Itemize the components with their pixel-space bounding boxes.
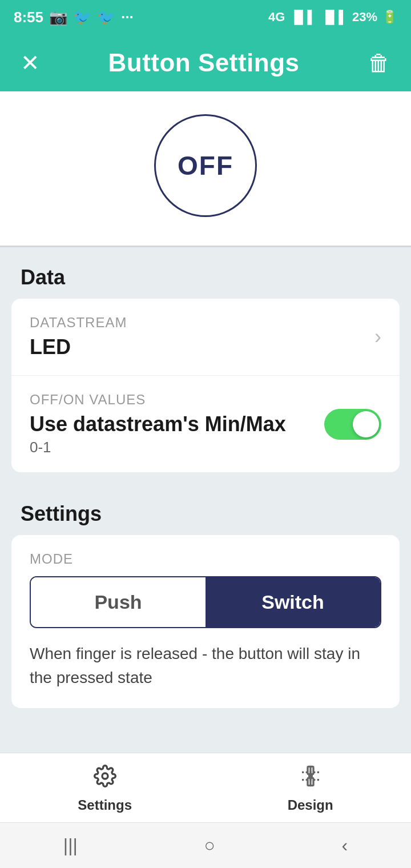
toggle-track [324, 409, 381, 440]
android-back-button[interactable]: ‹ [341, 835, 348, 856]
status-left: 8:55 📷 🐦 🐦 ··· [14, 9, 134, 26]
offon-value: Use datastream's Min/Max [30, 412, 286, 436]
chevron-right-icon: › [374, 325, 381, 349]
mode-description: When finger is released - the button wil… [11, 642, 400, 708]
mode-button-group: Push Switch [30, 576, 381, 628]
settings-section-header: Settings [0, 484, 411, 535]
signal-bars: ▐▌▌ [289, 10, 316, 25]
offon-range: 0-1 [30, 439, 286, 456]
settings-nav-label: Settings [78, 797, 132, 813]
battery-level: 23% [352, 10, 377, 25]
settings-nav-item[interactable]: Settings [78, 765, 132, 813]
switch-button[interactable]: Switch [206, 577, 380, 627]
status-bar: 8:55 📷 🐦 🐦 ··· 4G ▐▌▌ ▐▌▌ 23% 🔋 [0, 0, 411, 34]
off-circle-button[interactable]: OFF [154, 114, 257, 217]
datastream-value: LED [30, 335, 127, 359]
signal-bars-2: ▐▌▌ [321, 10, 348, 25]
design-nav-label: Design [288, 797, 333, 813]
android-nav-bar: ||| ○ ‹ [0, 822, 411, 868]
push-button[interactable]: Push [31, 577, 206, 627]
mode-card: MODE Push Switch When finger is released… [11, 535, 400, 708]
delete-button[interactable]: 🗑 [368, 50, 390, 76]
mode-label: MODE [11, 535, 400, 576]
offon-label: OFF/ON VALUES [30, 392, 286, 408]
close-button[interactable]: ✕ [21, 50, 40, 76]
datastream-card: DATASTREAM LED › OFF/ON VALUES Use datas… [11, 299, 400, 472]
page-title: Button Settings [108, 49, 299, 77]
min-max-toggle[interactable] [324, 409, 381, 440]
svg-point-0 [102, 773, 108, 779]
settings-nav-icon [94, 765, 116, 793]
android-home-button[interactable]: ○ [204, 835, 215, 856]
twitter-icon-1: 🐦 [73, 9, 91, 26]
data-section-header: Data [0, 247, 411, 299]
app-header: ✕ Button Settings 🗑 [0, 34, 411, 91]
datastream-label: DATASTREAM [30, 315, 127, 331]
design-nav-item[interactable]: Design [288, 765, 333, 813]
status-time: 8:55 [14, 9, 43, 26]
toggle-thumb [353, 411, 379, 437]
content-area: Data DATASTREAM LED › OFF/ON VALUES Use … [0, 247, 411, 753]
design-nav-icon [299, 765, 322, 793]
off-label: OFF [178, 150, 233, 181]
battery-icon: 🔋 [382, 10, 397, 25]
camera-icon: 📷 [49, 9, 67, 26]
twitter-icon-2: 🐦 [97, 9, 115, 26]
offon-info: OFF/ON VALUES Use datastream's Min/Max 0… [30, 392, 286, 456]
bottom-nav: Settings Design [0, 753, 411, 822]
offon-row: OFF/ON VALUES Use datastream's Min/Max 0… [11, 376, 400, 472]
more-icon: ··· [121, 9, 134, 26]
datastream-row[interactable]: DATASTREAM LED › [11, 299, 400, 376]
network-icon: 4G [268, 10, 285, 25]
off-section: OFF [0, 91, 411, 246]
android-menu-button[interactable]: ||| [63, 835, 78, 856]
status-right: 4G ▐▌▌ ▐▌▌ 23% 🔋 [268, 10, 397, 25]
datastream-info: DATASTREAM LED [30, 315, 127, 359]
